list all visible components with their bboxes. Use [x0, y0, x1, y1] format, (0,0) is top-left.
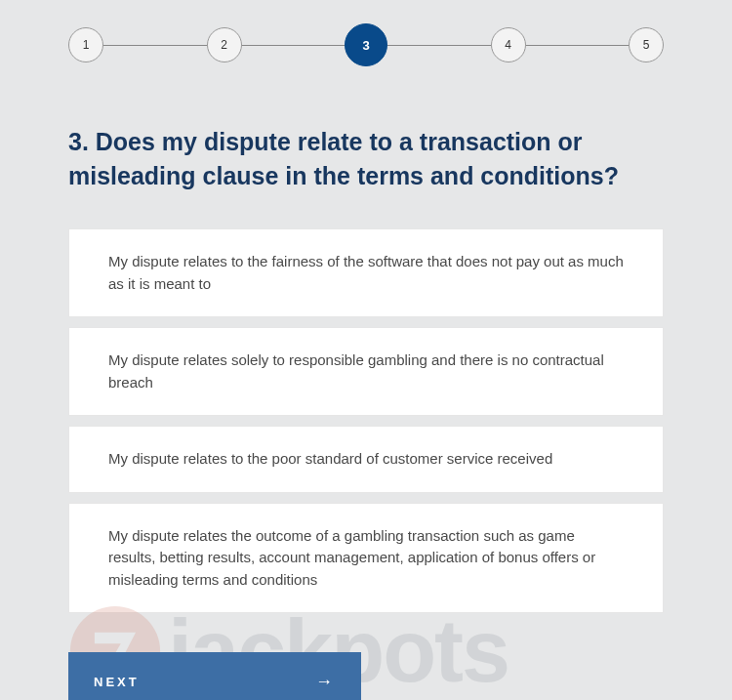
- step-2[interactable]: 2: [207, 27, 242, 62]
- options-list: My dispute relates to the fairness of th…: [68, 228, 664, 613]
- option-text: My dispute relates the outcome of a gamb…: [108, 527, 595, 588]
- step-connector: [526, 45, 630, 46]
- step-connector: [387, 45, 491, 46]
- option-text: My dispute relates to the poor standard …: [108, 450, 552, 467]
- next-button[interactable]: NEXT →: [68, 652, 361, 700]
- option-text: My dispute relates to the fairness of th…: [108, 253, 624, 292]
- step-connector: [103, 45, 207, 46]
- step-label: 5: [643, 38, 650, 52]
- option-3[interactable]: My dispute relates to the poor standard …: [68, 426, 664, 493]
- step-1[interactable]: 1: [68, 27, 103, 62]
- form-container: 1 2 3 4 5 3. Does my dispute relate to a…: [0, 0, 732, 700]
- question-title: 3. Does my dispute relate to a transacti…: [68, 125, 664, 193]
- step-5[interactable]: 5: [629, 27, 664, 62]
- step-label: 2: [221, 38, 227, 52]
- option-1[interactable]: My dispute relates to the fairness of th…: [68, 228, 664, 317]
- step-3[interactable]: 3: [345, 23, 387, 66]
- step-label: 3: [362, 38, 369, 53]
- arrow-right-icon: →: [315, 672, 336, 692]
- progress-stepper: 1 2 3 4 5: [68, 23, 664, 66]
- option-2[interactable]: My dispute relates solely to responsible…: [68, 327, 664, 416]
- step-label: 4: [505, 38, 511, 52]
- step-4[interactable]: 4: [491, 27, 526, 62]
- step-connector: [242, 45, 346, 46]
- option-text: My dispute relates solely to responsible…: [108, 351, 604, 391]
- step-label: 1: [83, 38, 90, 52]
- next-button-label: NEXT: [94, 675, 140, 689]
- option-4[interactable]: My dispute relates the outcome of a gamb…: [68, 503, 664, 614]
